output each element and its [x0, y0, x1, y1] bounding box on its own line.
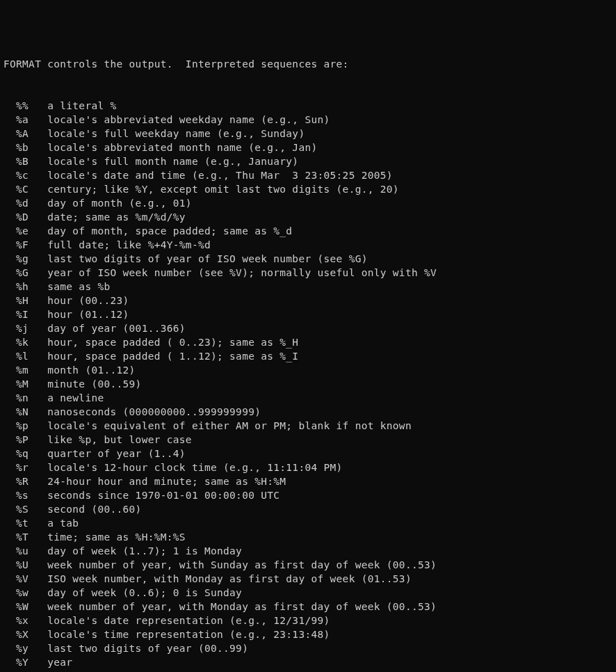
format-entry: %g last two digits of year of ISO week n… [3, 252, 613, 266]
format-entry: %x locale's date representation (e.g., 1… [3, 614, 613, 627]
format-entry: %w day of week (0..6); 0 is Sunday [3, 586, 613, 600]
format-entry: %B locale's full month name (e.g., Janua… [3, 154, 613, 168]
format-entry: %U week number of year, with Sunday as f… [3, 558, 613, 572]
format-entry: %l hour, space padded ( 1..12); same as … [3, 349, 613, 363]
format-entry: %p locale's equivalent of either AM or P… [3, 419, 613, 433]
format-sequences-list: %% a literal % %a locale's abbreviated w… [3, 99, 613, 672]
format-entry: %G year of ISO week number (see %V); nor… [3, 266, 613, 280]
format-entry: %r locale's 12-hour clock time (e.g., 11… [3, 461, 613, 474]
format-entry: %b locale's abbreviated month name (e.g.… [3, 141, 613, 154]
format-entry: %s seconds since 1970-01-01 00:00:00 UTC [3, 488, 613, 502]
format-entry: %d day of month (e.g., 01) [3, 196, 613, 210]
format-entry: %P like %p, but lower case [3, 433, 613, 447]
format-entry: %N nanoseconds (000000000..999999999) [3, 405, 613, 419]
intro-line: FORMAT controls the output. Interpreted … [3, 57, 613, 71]
format-entry: %u day of week (1..7); 1 is Monday [3, 544, 613, 558]
format-entry: %t a tab [3, 516, 613, 530]
format-entry: %y last two digits of year (00..99) [3, 641, 613, 655]
format-entry: %T time; same as %H:%M:%S [3, 530, 613, 544]
format-entry: %n a newline [3, 391, 613, 405]
format-entry: %c locale's date and time (e.g., Thu Mar… [3, 168, 613, 182]
format-entry: %j day of year (001..366) [3, 321, 613, 335]
format-entry: %Y year [3, 655, 613, 669]
format-entry: %k hour, space padded ( 0..23); same as … [3, 335, 613, 349]
format-entry: %I hour (01..12) [3, 307, 613, 321]
format-entry: %z +hhmm numeric time zone (e.g., -0400) [3, 669, 613, 672]
format-entry: %X locale's time representation (e.g., 2… [3, 627, 613, 641]
format-entry: %W week number of year, with Monday as f… [3, 600, 613, 614]
format-entry: %m month (01..12) [3, 363, 613, 377]
format-entry: %C century; like %Y, except omit last tw… [3, 182, 613, 196]
format-entry: %S second (00..60) [3, 502, 613, 516]
format-entry: %D date; same as %m/%d/%y [3, 210, 613, 224]
format-entry: %a locale's abbreviated weekday name (e.… [3, 113, 613, 127]
format-entry: %R 24-hour hour and minute; same as %H:%… [3, 474, 613, 488]
format-entry: %h same as %b [3, 280, 613, 294]
format-entry: %% a literal % [3, 99, 613, 113]
format-entry: %e day of month, space padded; same as %… [3, 224, 613, 238]
format-entry: %q quarter of year (1..4) [3, 447, 613, 461]
format-entry: %V ISO week number, with Monday as first… [3, 572, 613, 586]
format-entry: %H hour (00..23) [3, 294, 613, 307]
format-entry: %F full date; like %+4Y-%m-%d [3, 238, 613, 252]
format-entry: %M minute (00..59) [3, 377, 613, 391]
format-entry: %A locale's full weekday name (e.g., Sun… [3, 127, 613, 141]
